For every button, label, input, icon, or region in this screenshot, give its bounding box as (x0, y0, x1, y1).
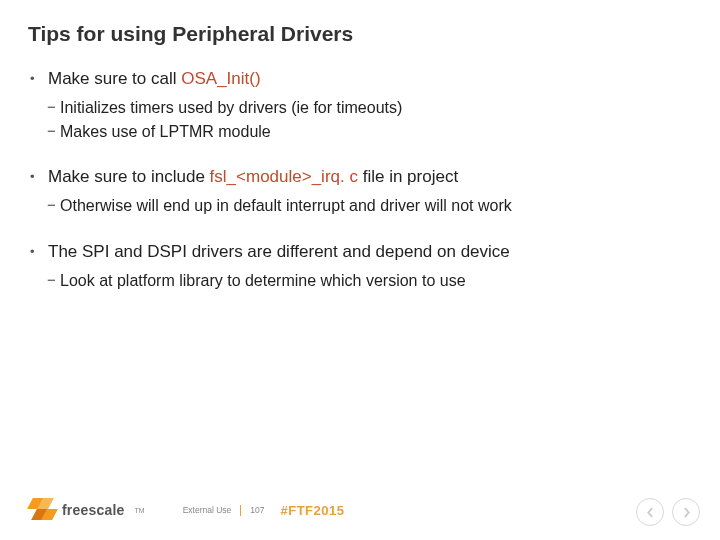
bullet-1-text: Make sure to call (48, 69, 181, 88)
brand-name: freescale (62, 502, 125, 518)
prev-button[interactable] (636, 498, 664, 526)
hashtag: #FTF2015 (281, 503, 345, 518)
bullet-2-text-pre: Make sure to include (48, 167, 210, 186)
page-title: Tips for using Peripheral Drivers (28, 22, 692, 46)
subbullet-1-1: Initializes timers used by drivers (ie f… (30, 97, 692, 119)
bullet-1: Make sure to call OSA_Init() (30, 68, 692, 91)
next-button[interactable] (672, 498, 700, 526)
bullet-2-code: fsl_<module>_irq. c (210, 167, 363, 186)
bullet-2: Make sure to include fsl_<module>_irq. c… (30, 166, 692, 189)
page-number: 107 (250, 505, 264, 515)
nav-controls (636, 498, 700, 526)
logo-mark-icon (28, 498, 56, 522)
bullet-group-1: Make sure to call OSA_Init() Initializes… (30, 68, 692, 142)
subbullet-3-1: Look at platform library to determine wh… (30, 270, 692, 292)
bullet-1-code: OSA_Init() (181, 69, 260, 88)
trademark: TM (135, 507, 145, 514)
bullet-2-text-post: file in project (363, 167, 458, 186)
bullet-group-2: Make sure to include fsl_<module>_irq. c… (30, 166, 692, 217)
brand-logo: freescale (28, 498, 125, 522)
subbullet-2-1: Otherwise will end up in default interru… (30, 195, 692, 217)
bullet-3: The SPI and DSPI drivers are different a… (30, 241, 692, 264)
footer: freescale TM External Use 107 #FTF2015 (28, 498, 692, 522)
slide-body: Make sure to call OSA_Init() Initializes… (28, 68, 692, 291)
external-use-label: External Use (183, 505, 232, 515)
slide: Tips for using Peripheral Drivers Make s… (0, 0, 720, 540)
subbullet-1-2: Makes use of LPTMR module (30, 121, 692, 143)
bullet-group-3: The SPI and DSPI drivers are different a… (30, 241, 692, 292)
footer-divider (240, 505, 241, 516)
chevron-left-icon (645, 507, 656, 518)
chevron-right-icon (681, 507, 692, 518)
